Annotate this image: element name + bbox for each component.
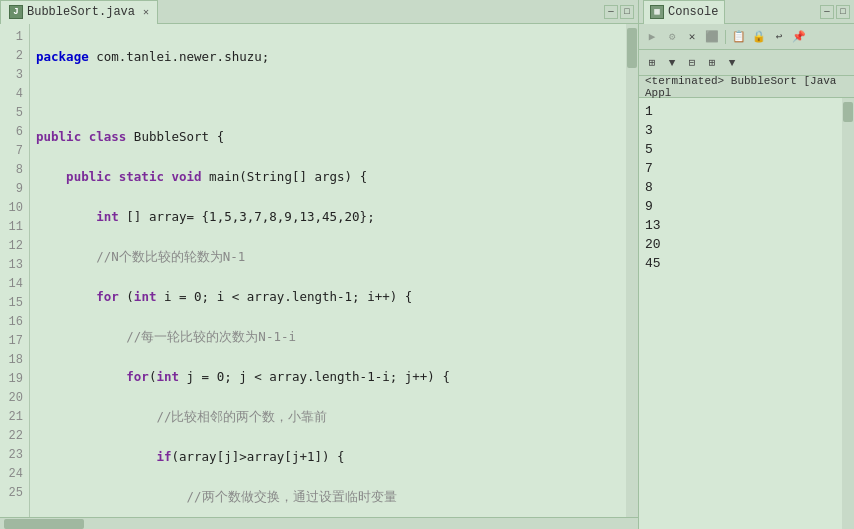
output-line: 9: [645, 197, 836, 216]
console-scrollbar-thumb[interactable]: [843, 102, 853, 122]
console-toolbar-row2: ⊞ ▼ ⊟ ⊞ ▼: [639, 50, 854, 76]
main-area: J BubbleSort.java ✕ — □ 12345 678910 111…: [0, 0, 854, 529]
toolbar-separator-1: [725, 30, 726, 44]
editor-window-buttons: — □: [604, 5, 638, 19]
console-run-button[interactable]: ▶: [643, 28, 661, 46]
editor-panel: J BubbleSort.java ✕ — □ 12345 678910 111…: [0, 0, 639, 529]
console-icon: ▦: [650, 5, 664, 19]
console-new-console-button[interactable]: ⊟: [683, 54, 701, 72]
console-window-buttons: — □: [820, 5, 850, 19]
editor-vertical-scrollbar[interactable]: [626, 24, 638, 517]
console-pin-button[interactable]: 📌: [790, 28, 808, 46]
output-line: 7: [645, 159, 836, 178]
console-tab-bar: ▦ Console — □: [639, 0, 854, 24]
java-file-icon: J: [9, 5, 23, 19]
editor-tab-label: BubbleSort.java: [27, 5, 135, 19]
console-toolbar-row1: ▶ ⚙ ✕ ⬛ 📋 🔒 ↩ 📌: [639, 24, 854, 50]
console-tab[interactable]: ▦ Console: [643, 0, 725, 24]
editor-body: 12345 678910 1112131415 1617181920 21222…: [0, 24, 638, 517]
console-panel: ▦ Console — □ ▶ ⚙ ✕ ⬛ 📋 🔒 ↩ 📌 ⊞ ▼ ⊟ ⊞ ▼: [639, 0, 854, 529]
editor-minimize-button[interactable]: —: [604, 5, 618, 19]
console-view-menu-button[interactable]: ▼: [663, 54, 681, 72]
console-output: 1 3 5 7 8 9 13 20 45: [639, 98, 842, 529]
console-status-bar: <terminated> BubbleSort [Java Appl: [639, 76, 854, 98]
line-numbers: 12345 678910 1112131415 1617181920 21222…: [0, 24, 30, 517]
editor-h-scrollbar-thumb[interactable]: [4, 519, 84, 529]
console-tab-label: Console: [668, 5, 718, 19]
console-maximize-button[interactable]: □: [836, 5, 850, 19]
console-vertical-scrollbar[interactable]: [842, 98, 854, 529]
editor-tab-bar: J BubbleSort.java ✕ — □: [0, 0, 638, 24]
editor-horizontal-scrollbar[interactable]: [0, 517, 638, 529]
code-content[interactable]: package com.tanlei.newer.shuzu; public c…: [30, 24, 626, 517]
close-editor-tab-button[interactable]: ✕: [143, 6, 149, 18]
console-scroll-lock-button[interactable]: 🔒: [750, 28, 768, 46]
console-open-console-button[interactable]: ⊞: [643, 54, 661, 72]
output-line: 3: [645, 121, 836, 140]
editor-scrollbar-thumb[interactable]: [627, 28, 637, 68]
console-dropdown-button[interactable]: ▼: [723, 54, 741, 72]
console-display-options-button[interactable]: ⊞: [703, 54, 721, 72]
output-line: 13: [645, 216, 836, 235]
output-line: 45: [645, 254, 836, 273]
output-line: 20: [645, 235, 836, 254]
console-disconnect-button[interactable]: ⬛: [703, 28, 721, 46]
console-output-area: 1 3 5 7 8 9 13 20 45: [639, 98, 854, 529]
output-line: 8: [645, 178, 836, 197]
output-line: 1: [645, 102, 836, 121]
console-terminate-button[interactable]: ✕: [683, 28, 701, 46]
console-status-text: <terminated> BubbleSort [Java Appl: [645, 75, 848, 99]
console-clear-button[interactable]: 📋: [730, 28, 748, 46]
console-word-wrap-button[interactable]: ↩: [770, 28, 788, 46]
editor-maximize-button[interactable]: □: [620, 5, 634, 19]
editor-tab[interactable]: J BubbleSort.java ✕: [0, 0, 158, 24]
code-block: package com.tanlei.newer.shuzu; public c…: [36, 47, 620, 517]
console-minimize-button[interactable]: —: [820, 5, 834, 19]
output-line: 5: [645, 140, 836, 159]
console-debug-button[interactable]: ⚙: [663, 28, 681, 46]
